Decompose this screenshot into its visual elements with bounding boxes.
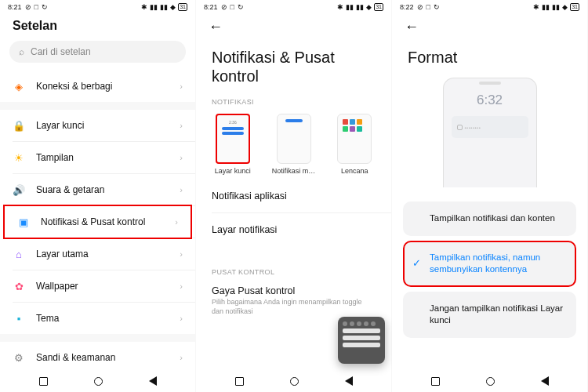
- battery-icon: 31: [570, 3, 579, 11]
- chevron-right-icon: ›: [180, 249, 183, 259]
- wifi-icon: ◆: [366, 3, 372, 11]
- sync-icon: ↻: [238, 3, 244, 11]
- settings-row-layar-utama[interactable]: ⌂Layar utama›: [0, 238, 195, 270]
- sync-icon: ↻: [42, 3, 48, 11]
- status-bar: 8:22⊘□↻ ✱▮▮▮▮◆31: [392, 0, 587, 14]
- thumb-lencana[interactable]: Lencana: [325, 114, 383, 175]
- bluetooth-icon: ✱: [141, 3, 147, 11]
- settings-row-suara[interactable]: 🔊Suara & getaran›: [0, 174, 195, 205]
- title-bar: ←: [392, 14, 587, 43]
- nav-home[interactable]: [290, 377, 299, 386]
- notif-thumbnails: 2:36 Layar kunci Notifikasi m… Lencana: [196, 111, 391, 180]
- lockscreen-preview: 6:32 ••••••••: [443, 78, 537, 187]
- nav-back[interactable]: [149, 376, 157, 386]
- status-time: 8:21: [8, 3, 22, 11]
- signal-icon: ▮▮: [542, 3, 550, 11]
- wallpaper-icon: ✿: [13, 280, 25, 292]
- search-placeholder: Cari di setelan: [31, 46, 91, 57]
- status-time: 8:22: [400, 3, 414, 11]
- chevron-right-icon: ›: [180, 314, 183, 323]
- dnd-icon: ⊘: [417, 3, 423, 11]
- chevron-right-icon: ›: [180, 281, 183, 291]
- alarm-icon: □: [230, 3, 234, 11]
- battery-icon: 31: [374, 3, 383, 11]
- format-options: Tampilkan notifikasi dan konten ✓Tampilk…: [392, 197, 587, 343]
- chevron-right-icon: ›: [180, 353, 183, 362]
- option-show-all[interactable]: Tampilkan notifikasi dan konten: [403, 201, 576, 236]
- security-icon: ⚙: [13, 351, 25, 364]
- back-button[interactable]: ←: [405, 19, 419, 35]
- settings-row-sandi[interactable]: ⚙Sandi & keamanan›: [0, 342, 195, 370]
- settings-row-wallpaper[interactable]: ✿Wallpaper›: [0, 270, 195, 302]
- page-title: Format: [392, 43, 587, 71]
- thumb-notif-m[interactable]: Notifikasi m…: [265, 114, 323, 175]
- page-title: Setelan: [13, 19, 57, 33]
- nav-bar: [0, 370, 195, 392]
- share-icon: ◈: [13, 80, 25, 93]
- alarm-icon: □: [426, 3, 430, 11]
- dnd-icon: ⊘: [221, 3, 227, 11]
- control-style-preview: [338, 317, 385, 364]
- nav-recents[interactable]: [431, 377, 440, 386]
- dnd-icon: ⊘: [25, 3, 31, 11]
- settings-row-notifikasi[interactable]: ▣Notifikasi & Pusat kontrol›: [3, 205, 192, 239]
- settings-row-tampilan[interactable]: ☀Tampilan›: [0, 142, 195, 173]
- row-notif-aplikasi[interactable]: Notifikasi aplikasi: [196, 180, 391, 212]
- row-gaya-pusat[interactable]: Gaya Pusat kontrol Pilih bagaimana Anda …: [196, 281, 391, 321]
- nav-home[interactable]: [486, 377, 495, 386]
- sync-icon: ↻: [434, 3, 440, 11]
- check-icon: ✓: [412, 256, 421, 270]
- back-button[interactable]: ←: [209, 19, 223, 35]
- notif-panel: 8:21⊘□↻ ✱▮▮▮▮◆31 ← Notifikasi & Pusat ko…: [196, 0, 392, 392]
- settings-row-koneksi[interactable]: ◈Koneksi & berbagi›: [0, 71, 195, 102]
- option-hide-all[interactable]: Jangan tampilkan notifikasi Layar kunci: [403, 292, 576, 338]
- thumb-layar-kunci[interactable]: 2:36 Layar kunci: [204, 114, 262, 175]
- section-notifikasi: NOTIFIKASI: [196, 90, 391, 111]
- nav-back[interactable]: [345, 376, 353, 386]
- nav-recents[interactable]: [235, 377, 244, 386]
- theme-icon: ▪: [13, 312, 25, 325]
- signal-icon: ▮▮: [552, 3, 560, 11]
- signal-icon: ▮▮: [346, 3, 354, 11]
- bluetooth-icon: ✱: [337, 3, 343, 11]
- lock-icon: 🔒: [13, 119, 25, 132]
- sound-icon: 🔊: [13, 183, 25, 196]
- chevron-right-icon: ›: [180, 153, 183, 162]
- nav-recents[interactable]: [39, 377, 48, 386]
- settings-row-tema[interactable]: ▪Tema›: [0, 303, 195, 334]
- chevron-right-icon: ›: [180, 185, 183, 194]
- page-title: Notifikasi & Pusat kontrol: [196, 43, 391, 90]
- chevron-right-icon: ›: [180, 121, 183, 130]
- home-icon: ⌂: [13, 248, 25, 260]
- settings-panel: 8:21 ⊘ □ ↻ ✱ ▮▮ ▮▮ ◆ 31 Setelan ⌕ Cari d…: [0, 0, 196, 392]
- signal-icon: ▮▮: [356, 3, 364, 11]
- chevron-right-icon: ›: [175, 217, 178, 227]
- title-bar: Setelan: [0, 14, 195, 41]
- wifi-icon: ◆: [170, 3, 176, 11]
- alarm-icon: □: [34, 3, 38, 11]
- status-bar: 8:21⊘□↻ ✱▮▮▮▮◆31: [196, 0, 391, 14]
- nav-back[interactable]: [541, 376, 549, 386]
- nav-bar: [392, 370, 587, 392]
- nav-home[interactable]: [94, 377, 103, 386]
- bluetooth-icon: ✱: [533, 3, 539, 11]
- settings-list: ◈Koneksi & berbagi› 🔒Layar kunci› ☀Tampi…: [0, 71, 195, 370]
- chevron-right-icon: ›: [180, 82, 183, 91]
- signal-icon: ▮▮: [160, 3, 168, 11]
- sun-icon: ☀: [13, 151, 25, 164]
- row-layar-notifikasi[interactable]: Layar notifikasi: [196, 213, 391, 246]
- title-bar: ←: [196, 14, 391, 43]
- search-icon: ⌕: [19, 46, 24, 57]
- section-pusat-kontrol: PUSAT KONTROL: [196, 260, 391, 281]
- notification-icon: ▣: [17, 216, 30, 228]
- signal-icon: ▮▮: [150, 3, 158, 11]
- wifi-icon: ◆: [562, 3, 568, 11]
- battery-icon: 31: [178, 3, 187, 11]
- format-panel: 8:22⊘□↻ ✱▮▮▮▮◆31 ← Format 6:32 •••••••• …: [392, 0, 588, 392]
- status-bar: 8:21 ⊘ □ ↻ ✱ ▮▮ ▮▮ ◆ 31: [0, 0, 195, 14]
- status-time: 8:21: [204, 3, 218, 11]
- settings-row-layar-kunci[interactable]: 🔒Layar kunci›: [0, 110, 195, 141]
- nav-bar: [196, 370, 391, 392]
- option-hide-content[interactable]: ✓Tampilkan notifikasi, namun sembunyikan…: [403, 241, 576, 287]
- search-input[interactable]: ⌕ Cari di setelan: [9, 41, 186, 63]
